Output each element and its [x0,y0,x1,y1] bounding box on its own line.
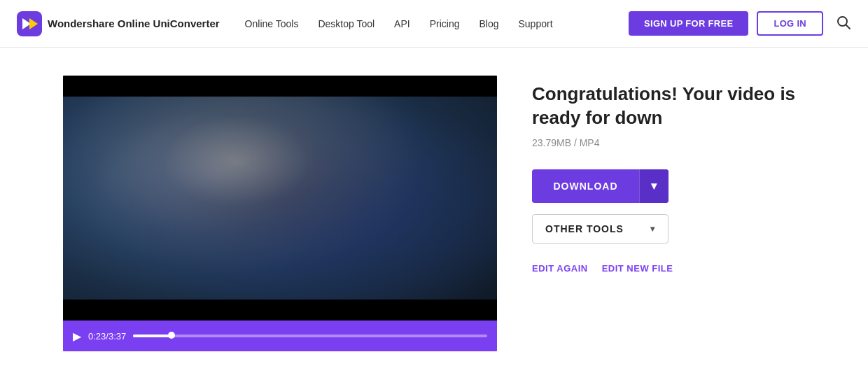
nav-api[interactable]: API [394,18,410,29]
nav-desktop-tool[interactable]: Desktop Tool [318,18,374,29]
main-nav: Online Tools Desktop Tool API Pricing Bl… [245,18,629,29]
video-container: ▶ 0:23/3:37 [63,76,497,351]
video-scene [63,76,497,321]
right-panel: Congratulations! Your video is ready for… [532,76,805,274]
signup-button[interactable]: SIGN UP FOR FREE [629,11,748,36]
other-tools-label: OTHER TOOLS [545,223,624,234]
file-info: 23.79MB / MP4 [532,137,805,148]
edit-links: EDIT AGAIN EDIT NEW FILE [532,263,805,274]
nav-support[interactable]: Support [519,18,553,29]
logo-area[interactable]: Wondershare Online UniConverter [17,11,220,36]
download-main-label[interactable]: DOWNLOAD [532,171,639,202]
other-tools-button[interactable]: OTHER TOOLS ▾ [532,214,668,244]
header: Wondershare Online UniConverter Online T… [0,0,868,48]
edit-again-link[interactable]: EDIT AGAIN [532,263,588,274]
nav-online-tools[interactable]: Online Tools [245,18,299,29]
video-frame [63,76,497,321]
congrats-title: Congratulations! Your video is ready for… [532,83,805,130]
video-controls: ▶ 0:23/3:37 [63,321,497,351]
svg-line-4 [846,24,850,29]
time-display: 0:23/3:37 [88,331,126,342]
progress-fill [133,335,172,337]
play-button[interactable]: ▶ [73,330,81,343]
search-icon[interactable] [836,15,851,33]
video-letterbox-bottom [63,300,497,321]
main-content: ▶ 0:23/3:37 Congratulations! Your video … [0,48,868,379]
logo-text: Wondershare Online UniConverter [48,17,220,29]
download-arrow-icon[interactable]: ▾ [639,169,668,203]
login-button[interactable]: LOG IN [757,11,823,36]
other-tools-chevron-icon: ▾ [650,224,655,234]
logo-icon [17,11,42,36]
progress-bar[interactable] [133,335,487,337]
nav-blog[interactable]: Blog [479,18,498,29]
edit-new-file-link[interactable]: EDIT NEW FILE [602,263,673,274]
download-button[interactable]: DOWNLOAD ▾ [532,169,668,203]
header-actions: SIGN UP FOR FREE LOG IN [629,11,851,36]
nav-pricing[interactable]: Pricing [430,18,460,29]
